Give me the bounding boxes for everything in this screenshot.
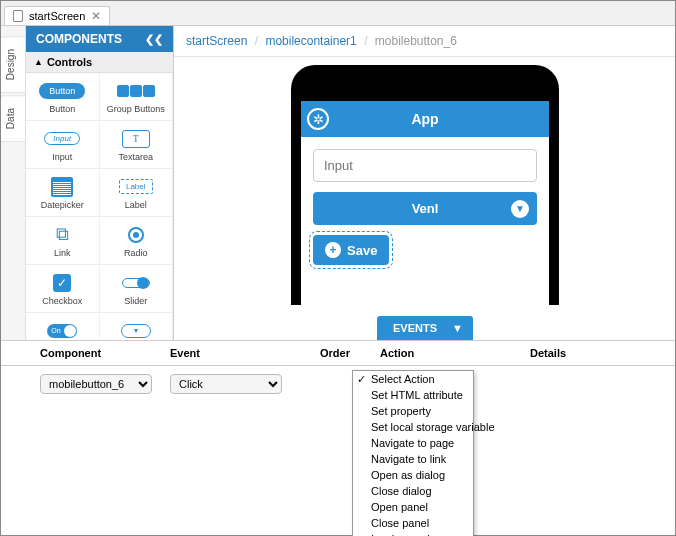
action-menu-item[interactable]: Invoke service <box>353 531 473 536</box>
document-icon <box>13 10 23 22</box>
label-icon: Label <box>119 179 153 194</box>
component-grid: Button Button Group Buttons Input Input … <box>26 73 173 340</box>
expand-icon: ▼ <box>452 322 463 334</box>
tab-bar: startScreen ✕ <box>0 0 676 26</box>
events-grid-headers: Component Event Order Action Details <box>0 341 676 366</box>
component-label: Link <box>54 248 71 258</box>
component-label: Slider <box>124 296 147 306</box>
component-input[interactable]: Input Input <box>26 121 100 169</box>
breadcrumb-current: mobilebutton_6 <box>375 34 457 48</box>
breadcrumb-startscreen[interactable]: startScreen <box>186 34 247 48</box>
toggle-icon: On <box>47 324 77 338</box>
header-component: Component <box>40 347 170 359</box>
main-row: Design Data COMPONENTS ❮❮ ▲ Controls But… <box>0 26 676 341</box>
section-label: Controls <box>47 56 92 68</box>
component-radio[interactable]: Radio <box>100 217 174 265</box>
arrow-down-icon: ▼ <box>511 200 529 218</box>
component-label: Checkbox <box>42 296 82 306</box>
close-icon[interactable]: ✕ <box>91 10 101 22</box>
palette-title: COMPONENTS <box>36 32 122 46</box>
slider-icon <box>122 278 150 288</box>
component-label: Label <box>125 200 147 210</box>
component-label: Group Buttons <box>107 104 165 114</box>
breadcrumb-sep: / <box>364 34 367 48</box>
button-icon: Button <box>39 83 85 99</box>
component-label: Button <box>49 104 75 114</box>
component-datepicker[interactable]: Datepicker <box>26 169 100 217</box>
action-menu-item[interactable]: Open as dialog <box>353 467 473 483</box>
action-menu-item[interactable]: Set HTML attribute <box>353 387 473 403</box>
event-select[interactable]: Click <box>170 374 282 394</box>
component-group-buttons[interactable]: Group Buttons <box>100 73 174 121</box>
events-tab-wrap: EVENTS ▼ <box>377 316 473 340</box>
mobile-input[interactable] <box>313 149 537 182</box>
file-tab-startscreen[interactable]: startScreen ✕ <box>4 6 110 25</box>
action-menu-item[interactable]: Navigate to link <box>353 451 473 467</box>
header-order: Order <box>320 347 380 359</box>
component-toggle[interactable]: On Toggle <box>26 313 100 340</box>
action-menu-item[interactable]: Open panel <box>353 499 473 515</box>
calendar-icon <box>51 177 73 197</box>
action-menu-item[interactable]: Set property <box>353 403 473 419</box>
action-dropdown-menu[interactable]: Select ActionSet HTML attributeSet prope… <box>352 370 474 536</box>
action-menu-item[interactable]: Set local storage variable <box>353 419 473 435</box>
action-menu-item[interactable]: Close panel <box>353 515 473 531</box>
phone-frame: ✲ App Venl ▼ + Save <box>291 65 559 305</box>
caret-icon: ▲ <box>34 57 43 67</box>
component-button[interactable]: Button Button <box>26 73 100 121</box>
component-label: Textarea <box>118 152 153 162</box>
button-label: Venl <box>412 201 439 216</box>
component-link[interactable]: ⧉ Link <box>26 217 100 265</box>
input-icon: Input <box>44 132 80 145</box>
side-tabs: Design Data <box>0 26 26 340</box>
collapse-icon[interactable]: ❮❮ <box>145 33 163 46</box>
link-icon: ⧉ <box>56 224 69 245</box>
action-menu-item[interactable]: Navigate to page <box>353 435 473 451</box>
textarea-icon: T <box>122 130 150 148</box>
component-select[interactable]: mobilebutton_6 <box>40 374 152 394</box>
file-tab-label: startScreen <box>29 10 85 22</box>
group-buttons-icon <box>117 85 155 97</box>
app-title: App <box>301 111 549 127</box>
component-select[interactable]: ▾ Select <box>100 313 174 340</box>
form-area: Venl ▼ + Save <box>301 137 549 277</box>
header-details: Details <box>530 347 664 359</box>
action-menu-item[interactable]: Select Action <box>353 371 473 387</box>
tab-design[interactable]: Design <box>0 36 25 93</box>
section-controls-header[interactable]: ▲ Controls <box>26 52 173 73</box>
breadcrumb-sep: / <box>255 34 258 48</box>
component-checkbox[interactable]: ✓ Checkbox <box>26 265 100 313</box>
components-palette: COMPONENTS ❮❮ ▲ Controls Button Button G… <box>26 26 174 340</box>
plus-icon: + <box>325 242 341 258</box>
mobile-button-venl[interactable]: Venl ▼ <box>313 192 537 225</box>
canvas-area: startScreen / mobilecontainer1 / mobileb… <box>174 26 676 340</box>
component-label: Input <box>52 152 72 162</box>
app-bar: ✲ App <box>301 101 549 137</box>
component-label[interactable]: Label Label <box>100 169 174 217</box>
palette-header: COMPONENTS ❮❮ <box>26 26 173 52</box>
action-menu-item[interactable]: Close dialog <box>353 483 473 499</box>
component-label: Datepicker <box>41 200 84 210</box>
tab-data[interactable]: Data <box>0 95 25 142</box>
device-preview: ✲ App Venl ▼ + Save <box>174 57 676 340</box>
events-label: EVENTS <box>393 322 437 334</box>
select-icon: ▾ <box>121 324 151 338</box>
component-textarea[interactable]: T Textarea <box>100 121 174 169</box>
phone-screen: ✲ App Venl ▼ + Save <box>301 101 549 305</box>
breadcrumb-mobilecontainer1[interactable]: mobilecontainer1 <box>265 34 356 48</box>
checkbox-icon: ✓ <box>53 274 71 292</box>
component-slider[interactable]: Slider <box>100 265 174 313</box>
gear-icon[interactable]: ✲ <box>307 108 329 130</box>
header-action: Action <box>380 347 530 359</box>
radio-icon <box>128 227 144 243</box>
header-event: Event <box>170 347 320 359</box>
breadcrumb: startScreen / mobilecontainer1 / mobileb… <box>174 26 676 57</box>
events-tab[interactable]: EVENTS ▼ <box>377 316 473 340</box>
button-label: Save <box>347 243 377 258</box>
component-label: Radio <box>124 248 148 258</box>
events-grid-row: mobilebutton_6 Click <box>0 366 676 402</box>
mobile-button-save[interactable]: + Save <box>313 235 389 265</box>
